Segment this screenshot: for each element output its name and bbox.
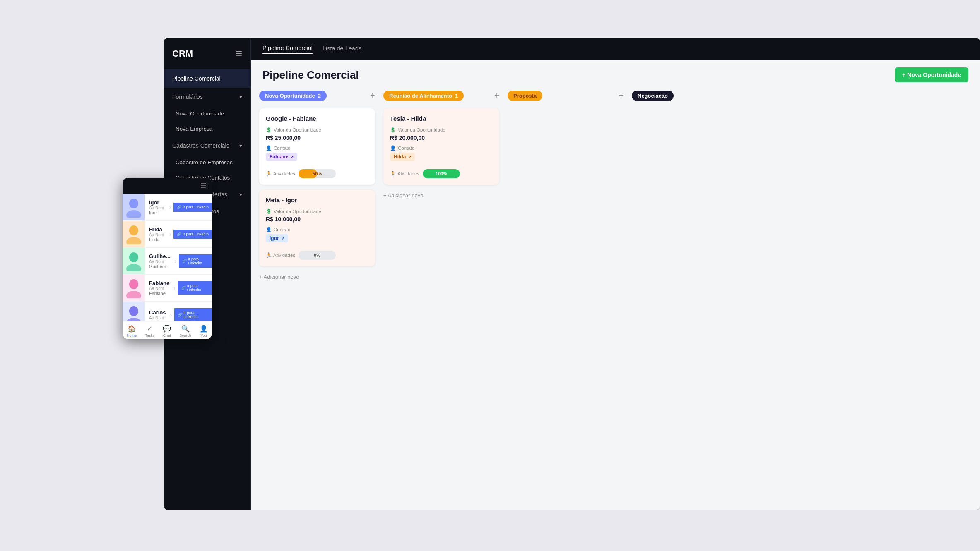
mobile-contacts-list: Igor Aa Nom Igor › 🔗 Ir para LinkedIn Hi… (123, 194, 212, 321)
link-icon: 🔗 (177, 232, 181, 236)
linkedin-btn[interactable]: 🔗 Ir para LinkedIn (173, 230, 212, 239)
contact-info: Igor Aa Nom Igor (145, 196, 169, 218)
nova-oportunidade-button[interactable]: + Nova Oportunidade (895, 67, 968, 82)
svg-point-2 (129, 225, 138, 235)
progress-bar-google: 50% (299, 169, 336, 178)
footer-home[interactable]: 🏠 Home (127, 325, 137, 338)
card-meta-igor: Meta - Igor 💲 Valor da Oportunidade R$ 1… (259, 190, 375, 266)
progress-bar-meta: 0% (299, 251, 336, 260)
column-negociacao: Negociação (632, 88, 748, 501)
link-icon: 🔗 (182, 259, 187, 263)
svg-point-5 (126, 264, 141, 271)
contato-label: 👤 Contato (266, 145, 368, 151)
tab-pipeline-comercial[interactable]: Pipeline Comercial (262, 45, 313, 54)
money-icon: 💲 (390, 127, 396, 133)
list-item[interactable]: Carlos Aa Nom › 🔗 Ir para LinkedIn (123, 302, 212, 321)
card-tesla-hilda: Tesla - Hilda 💲 Valor da Oportunidade R$… (383, 108, 499, 185)
svg-point-6 (129, 279, 138, 289)
valor-label: 💲 Valor da Oportunidade (390, 127, 493, 133)
card-title: Tesla - Hilda (390, 115, 493, 122)
main-content: Pipeline Comercial Lista de Leads Pipeli… (251, 38, 980, 510)
link-icon: 🔗 (181, 286, 186, 290)
link-icon: 🔗 (178, 313, 182, 317)
linkedin-btn[interactable]: 🔗 Ir para LinkedIn (178, 281, 212, 295)
card-title: Google - Fabiane (266, 115, 368, 122)
sidebar-item-nova-oportunidade[interactable]: Nova Oportunidade (164, 106, 250, 121)
linkedin-btn[interactable]: 🔗 Ir para LinkedIn (173, 203, 212, 212)
column-header-proposta: Proposta + (508, 88, 624, 103)
chevron-right-icon: › (169, 231, 174, 237)
add-novo-reuniao[interactable]: + Adicionar novo (383, 190, 499, 201)
footer-you[interactable]: 👤 You (200, 325, 208, 338)
sidebar-header: CRM ☰ (164, 38, 250, 69)
activities-row: 🏃 Atividades 0% (266, 251, 368, 260)
valor-value: R$ 20.000,00 (390, 134, 493, 141)
money-icon: 💲 (266, 127, 272, 133)
tab-lista-leads[interactable]: Lista de Leads (323, 45, 361, 53)
badge-reuniao: Reunião de Alinhamento 1 (383, 91, 464, 101)
footer-chat[interactable]: 💬 Chat (163, 325, 171, 338)
list-item[interactable]: Fabiane Aa Nom Fabiane › 🔗 Ir para Linke… (123, 275, 212, 302)
mobile-header: ☰ (123, 178, 212, 194)
contact-info: Hilda Aa Nom Hilda (145, 223, 169, 245)
footer-search[interactable]: 🔍 Search (179, 325, 191, 338)
add-column-nova-btn[interactable]: + (370, 91, 375, 101)
external-link-icon: ↗ (290, 155, 294, 159)
avatar (123, 194, 145, 220)
avatar (123, 221, 145, 247)
progress-bar-tesla: 100% (423, 169, 460, 178)
hamburger-icon[interactable]: ☰ (236, 49, 242, 58)
footer-tasks[interactable]: ✓ Tasks (145, 325, 154, 338)
tasks-icon: ✓ (147, 325, 152, 333)
mobile-footer: 🏠 Home ✓ Tasks 💬 Chat 🔍 Search 👤 You (123, 321, 212, 339)
chevron-right-icon: › (170, 311, 174, 318)
chevron-down-icon: ▾ (239, 142, 242, 149)
add-column-proposta-btn[interactable]: + (619, 91, 624, 101)
valor-label: 💲 Valor da Oportunidade (266, 127, 368, 133)
badge-nova-oportunidade: Nova Oportunidade 2 (259, 91, 327, 101)
sidebar-item-cadastro-empresas[interactable]: Cadastro de Empresas (164, 155, 250, 170)
page-title: Pipeline Comercial (262, 69, 359, 81)
svg-point-3 (126, 237, 141, 244)
contact-badge-igor[interactable]: Igor ↗ (266, 234, 288, 242)
svg-point-9 (126, 318, 141, 321)
sidebar-section-formularios[interactable]: Formulários ▾ (164, 88, 250, 106)
add-novo-nova[interactable]: + Adicionar novo (259, 271, 375, 283)
column-proposta: Proposta + (508, 88, 624, 501)
sidebar-item-pipeline[interactable]: Pipeline Comercial (164, 69, 250, 88)
valor-value: R$ 25.000,00 (266, 134, 368, 141)
sidebar-logo: CRM (172, 48, 193, 59)
valor-value: R$ 10.000,00 (266, 216, 368, 223)
contact-badge-hilda[interactable]: Hilda ↗ (390, 153, 415, 161)
linkedin-btn[interactable]: 🔗 Ir para LinkedIn (179, 254, 212, 268)
svg-point-8 (129, 306, 138, 316)
column-reuniao: Reunião de Alinhamento 1 + Tesla - Hilda… (383, 88, 499, 501)
sidebar-item-nova-empresa[interactable]: Nova Empresa (164, 121, 250, 137)
crm-container: CRM ☰ Pipeline Comercial Formulários ▾ N… (164, 38, 980, 510)
svg-point-1 (126, 210, 141, 218)
chat-icon: 💬 (163, 325, 171, 333)
avatar (123, 275, 145, 301)
activity-icon: 🏃 (266, 252, 272, 258)
badge-negociacao: Negociação (632, 91, 674, 101)
page-header: Pipeline Comercial + Nova Oportunidade (251, 60, 980, 88)
activity-icon: 🏃 (266, 171, 272, 177)
card-google-fabiane: Google - Fabiane 💲 Valor da Oportunidade… (259, 108, 375, 185)
mobile-hamburger-icon[interactable]: ☰ (200, 182, 206, 190)
home-icon: 🏠 (128, 325, 136, 333)
chevron-right-icon: › (174, 258, 179, 264)
sidebar-section-cadastros-comerciais[interactable]: Cadastros Comerciais ▾ (164, 137, 250, 155)
column-header-negociacao: Negociação (632, 88, 748, 103)
list-item[interactable]: Hilda Aa Nom Hilda › 🔗 Ir para LinkedIn (123, 221, 212, 248)
valor-label: 💲 Valor da Oportunidade (266, 208, 368, 214)
linkedin-btn[interactable]: 🔗 Ir para LinkedIn (174, 308, 212, 321)
add-column-reuniao-btn[interactable]: + (494, 91, 499, 101)
avatar (123, 248, 145, 274)
contact-icon: 👤 (266, 145, 272, 151)
activity-icon: 🏃 (390, 171, 396, 177)
contact-icon: 👤 (266, 227, 272, 232)
badge-proposta: Proposta (508, 91, 542, 101)
contact-badge-fabiane[interactable]: Fabiane ↗ (266, 153, 297, 161)
list-item[interactable]: Guilhe... Aa Nom Guilherm › 🔗 Ir para Li… (123, 248, 212, 275)
list-item[interactable]: Igor Aa Nom Igor › 🔗 Ir para LinkedIn (123, 194, 212, 221)
